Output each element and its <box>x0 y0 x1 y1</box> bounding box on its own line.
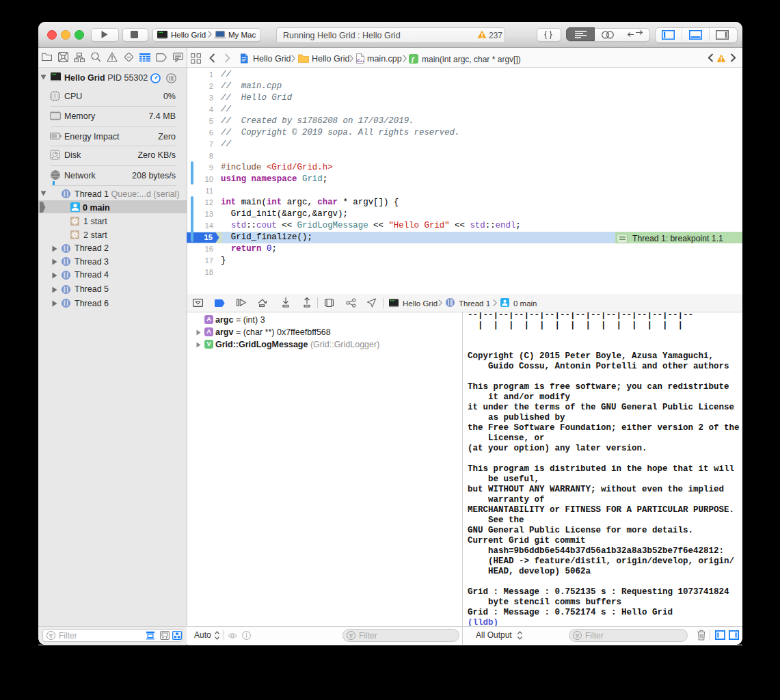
svg-text:c++: c++ <box>357 57 364 64</box>
